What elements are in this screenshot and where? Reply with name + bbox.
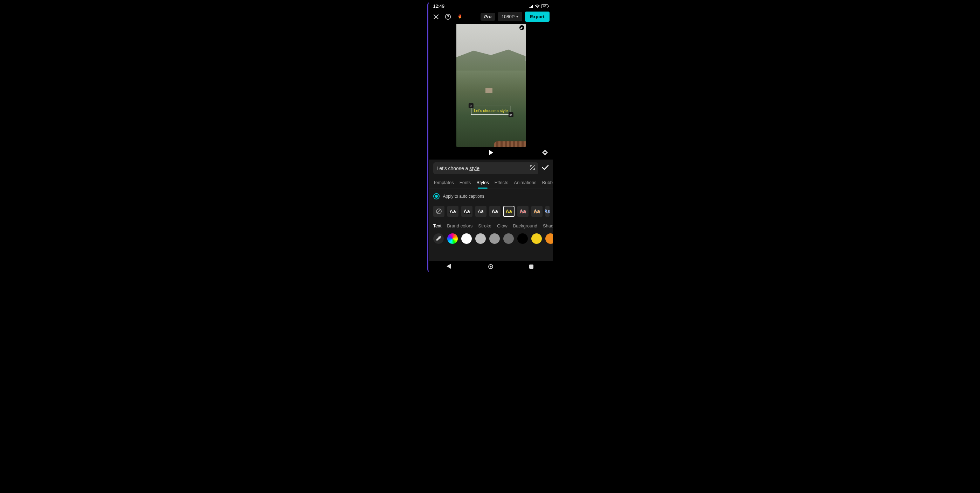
tab-effects[interactable]: Effects <box>495 177 509 189</box>
svg-rect-8 <box>543 151 546 154</box>
swatch-yellow[interactable] <box>531 233 542 244</box>
swatch-rainbow[interactable] <box>447 233 458 244</box>
preview-area: Let's choose a style <box>429 24 553 160</box>
help-icon[interactable] <box>444 13 452 20</box>
ctab-glow[interactable]: Glow <box>497 223 508 228</box>
phone-screen: 12:49 62 Pro 1080P Export <box>429 2 553 272</box>
tab-styles[interactable]: Styles <box>476 177 488 189</box>
close-icon[interactable] <box>433 13 439 20</box>
edit-badge-icon[interactable] <box>519 25 524 30</box>
swatch-darkgrey[interactable] <box>503 233 514 244</box>
svg-point-4 <box>448 17 448 18</box>
wifi-icon <box>535 5 540 8</box>
status-icons: 62 <box>528 4 549 8</box>
apply-radio[interactable] <box>433 193 439 200</box>
back-button[interactable] <box>447 264 453 270</box>
ctab-brand[interactable]: Brand colors <box>447 223 473 228</box>
status-bar: 12:49 62 <box>429 2 553 10</box>
ctab-background[interactable]: Background <box>513 223 537 228</box>
expand-icon[interactable] <box>530 165 535 171</box>
android-navbar <box>429 261 553 272</box>
caption-delete-icon[interactable] <box>468 103 473 108</box>
preset-yellow[interactable]: Aa <box>503 206 514 217</box>
chevron-down-icon <box>516 16 519 17</box>
ctab-shadow[interactable]: Shado <box>543 223 553 228</box>
style-tabs: Templates Fonts Styles Effects Animation… <box>429 177 553 189</box>
color-swatches <box>429 232 553 249</box>
preset-none[interactable] <box>433 206 444 217</box>
tab-animations[interactable]: Animations <box>514 177 536 189</box>
text-input-value: Let's choose a style <box>437 165 480 171</box>
svg-point-12 <box>490 266 492 268</box>
preset-white-thin[interactable]: Aa <box>475 206 487 217</box>
ctab-stroke[interactable]: Stroke <box>478 223 492 228</box>
tab-templates[interactable]: Templates <box>433 177 454 189</box>
preset-white-shadow[interactable]: Aa <box>461 206 473 217</box>
rotate-icon[interactable] <box>542 149 548 157</box>
svg-rect-13 <box>529 265 533 269</box>
svg-line-10 <box>437 209 441 213</box>
preset-white-plain[interactable]: Aa <box>489 206 501 217</box>
resolution-label: 1080P <box>501 14 515 19</box>
swatch-grey[interactable] <box>489 233 500 244</box>
resolution-dropdown[interactable]: 1080P <box>498 12 523 21</box>
apply-label: Apply to auto captions <box>443 194 484 199</box>
confirm-icon[interactable] <box>542 165 549 172</box>
editor-panel: Let's choose a style Templates Fonts Sty… <box>429 160 553 261</box>
ctab-text[interactable]: Text <box>433 223 442 228</box>
caption-overlay[interactable]: Let's choose a style <box>471 106 511 115</box>
apply-captions-row[interactable]: Apply to auto captions <box>429 189 553 202</box>
preset-white-bold[interactable]: Aa <box>447 206 458 217</box>
preset-blue[interactable]: Aa <box>545 206 550 217</box>
signal-icon <box>528 5 533 8</box>
play-button[interactable] <box>488 150 493 157</box>
svg-rect-6 <box>510 114 512 116</box>
style-presets: Aa Aa Aa Aa Aa Aa Aa Aa <box>429 202 553 220</box>
recents-button[interactable] <box>529 264 536 270</box>
battery-icon: 62 <box>541 4 549 8</box>
swatch-lightgrey[interactable] <box>475 233 486 244</box>
flame-icon[interactable] <box>457 13 463 20</box>
svg-text:62: 62 <box>543 5 546 7</box>
swatch-black[interactable] <box>517 233 528 244</box>
export-button[interactable]: Export <box>525 11 549 22</box>
color-tabs: Text Brand colors Stroke Glow Background… <box>429 220 553 232</box>
preset-red[interactable]: Aa <box>517 206 528 217</box>
swatch-orange[interactable] <box>545 233 553 244</box>
video-preview[interactable]: Let's choose a style <box>457 24 526 147</box>
tab-bubble[interactable]: Bubb <box>542 177 553 189</box>
text-input[interactable]: Let's choose a style <box>433 162 538 174</box>
pro-badge[interactable]: Pro <box>480 13 495 21</box>
home-button[interactable] <box>488 264 494 270</box>
caption-text: Let's choose a style <box>474 108 508 113</box>
preset-orange[interactable]: Aa <box>531 206 542 217</box>
svg-rect-5 <box>510 114 511 116</box>
swatch-white[interactable] <box>461 233 472 244</box>
svg-rect-1 <box>548 6 549 7</box>
top-toolbar: Pro 1080P Export <box>429 10 553 24</box>
tab-fonts[interactable]: Fonts <box>460 177 471 189</box>
caption-copy-icon[interactable] <box>509 112 514 117</box>
eyedropper-icon[interactable] <box>433 233 444 244</box>
clock: 12:49 <box>433 3 445 9</box>
